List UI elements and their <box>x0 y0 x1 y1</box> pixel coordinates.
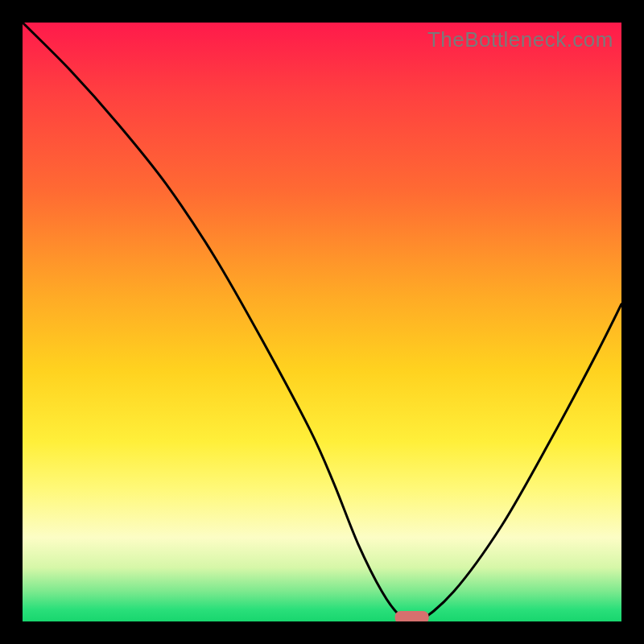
bottleneck-curve <box>23 23 621 621</box>
chart-frame: TheBottleneck.com <box>0 0 644 644</box>
chart-plot-area: TheBottleneck.com <box>23 23 621 621</box>
curve-path <box>23 23 621 621</box>
optimum-marker <box>395 611 429 621</box>
